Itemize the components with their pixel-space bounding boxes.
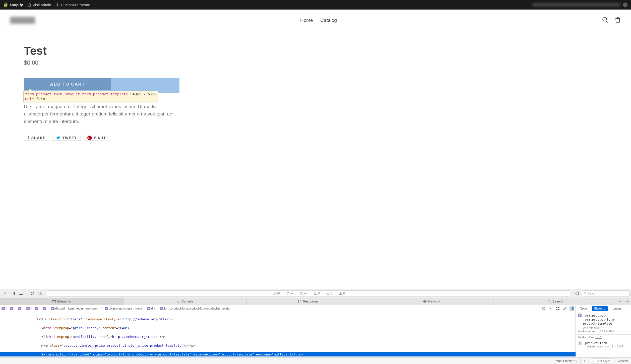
store-icons xyxy=(602,17,621,24)
store-logo-blurred[interactable] xyxy=(10,17,35,24)
svg-line-2 xyxy=(606,21,608,23)
product-content: Test $0.00 ADD TO CART form.product-form… xyxy=(0,31,206,141)
visit-admin-label: Visit admin xyxy=(33,3,51,7)
nav-home[interactable]: Home xyxy=(300,18,313,23)
twitter-icon xyxy=(56,136,60,140)
shopify-logo[interactable]: shopify xyxy=(4,2,23,7)
product-title: Test xyxy=(24,44,182,57)
add-to-cart-button[interactable]: ADD TO CART xyxy=(24,78,111,90)
svg-point-1 xyxy=(603,17,606,21)
pinterest-icon: P xyxy=(87,136,92,140)
tooltip-width: 540 xyxy=(130,92,137,96)
share-pinterest-button[interactable]: P PIN IT xyxy=(84,135,110,141)
tooltip-role-value: form xyxy=(36,97,45,101)
admin-bar-message-blurred xyxy=(533,3,620,7)
home-icon xyxy=(27,3,31,7)
product-price: $0.00 xyxy=(24,59,182,66)
inspector-tooltip: form.product-form.product-form-product-t… xyxy=(23,91,158,102)
facebook-icon: f xyxy=(28,136,29,140)
tooltip-role-label: Role xyxy=(25,97,34,101)
visit-admin-link[interactable]: Visit admin xyxy=(27,3,51,7)
share-buttons: f SHARE TWEET P PIN IT xyxy=(24,135,182,141)
admin-bar-right: ✕ xyxy=(533,3,627,7)
cart-icon[interactable] xyxy=(614,17,621,24)
shopify-admin-bar: shopify Visit admin Customize theme ✕ xyxy=(0,0,631,10)
inspected-form-area: ADD TO CART form.product-form.product-fo… xyxy=(24,78,182,93)
pin-label: PIN IT xyxy=(94,136,106,140)
product-description: Ut sit amet magna orci. Integer sit amet… xyxy=(24,103,174,125)
search-icon[interactable] xyxy=(602,17,608,24)
shopify-wordmark: shopify xyxy=(10,3,23,7)
tooltip-height: 51 xyxy=(148,92,152,96)
svg-point-0 xyxy=(57,4,58,5)
store-nav: Home Catalog xyxy=(35,18,602,23)
tooltip-selector: form.product-form.product-form-product-t… xyxy=(25,92,128,96)
customize-theme-label: Customize theme xyxy=(61,3,90,7)
tweet-label: TWEET xyxy=(62,136,77,140)
share-twitter-button[interactable]: TWEET xyxy=(52,135,81,141)
store-header: Home Catalog xyxy=(0,10,631,31)
gear-icon xyxy=(55,3,59,7)
shopify-bag-icon xyxy=(4,2,8,7)
nav-catalog[interactable]: Catalog xyxy=(321,18,337,23)
admin-bar-left: shopify Visit admin Customize theme xyxy=(4,2,90,7)
share-facebook-button[interactable]: f SHARE xyxy=(24,135,49,141)
share-label: SHARE xyxy=(31,136,46,140)
close-icon[interactable]: ✕ xyxy=(623,3,627,7)
customize-theme-link[interactable]: Customize theme xyxy=(55,3,90,7)
